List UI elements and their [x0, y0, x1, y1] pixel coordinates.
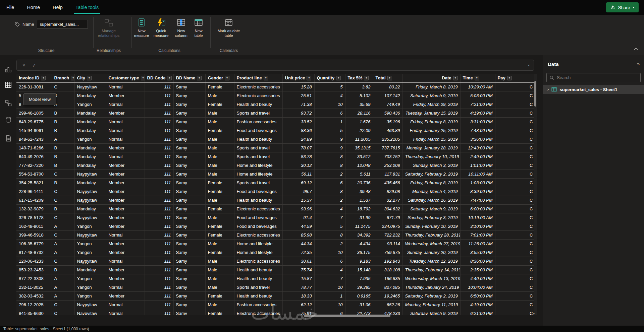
cell: C: [52, 300, 74, 309]
filter-button[interactable]: ▾: [307, 76, 311, 80]
table-row[interactable]: 8AYangonNormal111SamyFemaleHealth and be…: [16, 100, 534, 109]
table-row[interactable]: 649-29-6775BMandalayNormal111SamyMaleFas…: [16, 117, 534, 126]
filter-button[interactable]: ▾: [141, 76, 145, 80]
formula-bar[interactable]: × ✓ ▾: [16, 60, 534, 71]
filter-button[interactable]: ▾: [225, 76, 229, 80]
column-header-pay[interactable]: Pay▾: [495, 74, 534, 82]
column-header-unit-price[interactable]: Unit price▾: [282, 74, 314, 82]
data-grid-viewport[interactable]: Invoice ID▾Branch▾City▾Customer type▾BD …: [16, 74, 534, 315]
collapse-pane-icon[interactable]: »: [637, 61, 640, 67]
cell: 827.085: [373, 283, 402, 291]
table-row[interactable]: 617-15-4209CNaypyitawMember111SamyMaleHe…: [16, 196, 534, 204]
column-header-gender[interactable]: Gender▾: [205, 74, 234, 82]
menu-help[interactable]: Help: [46, 0, 69, 15]
vertical-scrollbar-thumb[interactable]: [534, 81, 536, 107]
menu-file[interactable]: File: [0, 0, 20, 15]
tmdl-view-icon[interactable]: [4, 134, 12, 142]
cell: 829.08: [373, 187, 402, 196]
expand-formula-bar-icon[interactable]: ▾: [528, 63, 530, 67]
filter-button[interactable]: ▾: [167, 76, 172, 80]
table-row[interactable]: 326-78-5178CNaypyitawMember111SamyMaleFo…: [16, 213, 534, 222]
table-row[interactable]: 232-11-3025AYangonNormal111SamyMaleSport…: [16, 283, 534, 291]
cell: C: [495, 196, 534, 204]
table-row[interactable]: 399-46-5918CNaypyitawNormal111SamyFemale…: [16, 230, 534, 239]
filter-button[interactable]: ▾: [71, 76, 74, 80]
filter-button[interactable]: ▾: [197, 76, 202, 80]
new-column-button[interactable]: New column: [172, 17, 190, 38]
table-row[interactable]: 162-48-8011AYangonMember111SamyFemaleFoo…: [16, 222, 534, 230]
new-measure-label: New measure: [132, 28, 151, 38]
horizontal-scrollbar-thumb[interactable]: [304, 315, 390, 317]
column-header-total[interactable]: Total▾: [373, 74, 402, 82]
menu-table-tools[interactable]: Table tools: [69, 0, 105, 15]
table-row[interactable]: 640-49-2076BMandalayNormal111SamyMaleSpo…: [16, 152, 534, 161]
table-row[interactable]: 149-71-6266BMandalayMember111SamyMaleSpo…: [16, 143, 534, 152]
column-header-date[interactable]: Date▾: [402, 74, 460, 82]
share-button[interactable]: Share ▾: [606, 2, 639, 12]
table-row[interactable]: 228-96-1411CNaypyitawMember111SamyFemale…: [16, 187, 534, 196]
expand-chevron-icon[interactable]: >: [547, 87, 549, 91]
mark-as-date-table-button[interactable]: Mark as date table: [214, 17, 244, 38]
table-row[interactable]: 382-03-4532AYangonMember111SamyFemaleHea…: [16, 291, 534, 300]
table-view-icon[interactable]: [4, 80, 12, 89]
collapse-ribbon-icon[interactable]: [634, 48, 638, 50]
table-row[interactable]: 554-53-8700CNaypyitawMember111SamyMaleHo…: [16, 170, 534, 178]
cell: Health and beauty: [234, 274, 282, 283]
cancel-formula-icon[interactable]: ×: [22, 62, 25, 68]
column-header-quantity[interactable]: Quantity▾: [314, 74, 345, 82]
cell: Electronic accessories: [234, 204, 282, 213]
filter-button[interactable]: ▾: [41, 76, 46, 80]
model-view-icon[interactable]: [4, 99, 12, 107]
table-row[interactable]: 848-62-7243AYangonNormal111SamyMaleHealt…: [16, 135, 534, 143]
table-row[interactable]: 841-35-6630CNaypyitawNormal111SamyFemale…: [16, 309, 534, 315]
filter-button[interactable]: ▾: [87, 76, 92, 80]
table-row[interactable]: 226-31-3081CNaypyitawNormal111SamyFemale…: [16, 82, 534, 91]
new-measure-button[interactable]: New measure: [132, 17, 151, 38]
table-name-input[interactable]: [37, 20, 88, 29]
table-row[interactable]: 106-35-6779AYangonMember111SamyMaleHome …: [16, 239, 534, 248]
table-row[interactable]: 817-48-8732AYangonMember111SamyFemaleHom…: [16, 248, 534, 257]
cell: Friday, March 15, 2019: [402, 135, 460, 143]
filter-button[interactable]: ▾: [453, 76, 458, 80]
column-header-city[interactable]: City▾: [74, 74, 106, 82]
column-header-invoice-id[interactable]: Invoice ID▾: [16, 74, 52, 82]
table-row[interactable]: 796-12-2025CNaypyitawNormal111SamyMaleFa…: [16, 300, 534, 309]
dax-query-view-icon[interactable]: [4, 116, 12, 124]
table-field-item[interactable]: > supermarket_sales - Sheet1: [543, 85, 644, 94]
scroll-down-arrow-icon[interactable]: ▾: [533, 312, 535, 316]
quick-measure-button[interactable]: Quick measure: [152, 17, 170, 38]
menu-home[interactable]: Home: [20, 0, 46, 15]
cell: 166.635: [373, 274, 402, 283]
filter-button[interactable]: ▾: [387, 76, 392, 80]
column-header-customer-type[interactable]: Customer type▾: [106, 74, 145, 82]
filter-button[interactable]: ▾: [475, 76, 479, 80]
table-row[interactable]: 354-25-5821BMandalayMember111SamyFemaleS…: [16, 178, 534, 187]
column-header-branch[interactable]: Branch▾: [52, 74, 74, 82]
table-row[interactable]: 777-82-7220BMandalayMember111SamyMaleHom…: [16, 161, 534, 170]
cell: 7:21:00 PM: [460, 100, 495, 109]
manage-relationships-button[interactable]: Manage relationships: [93, 17, 124, 38]
column-header-time[interactable]: Time▾: [460, 74, 495, 82]
table-row[interactable]: 145-94-9061BMandalayNormal111SamyFemaleF…: [16, 126, 534, 135]
vertical-scrollbar[interactable]: [534, 74, 537, 315]
column-header-bd-code[interactable]: BD Code▾: [145, 74, 173, 82]
report-view-icon[interactable]: [4, 65, 12, 74]
table-row[interactable]: 877-22-3308AYangonMember111SamyMaleHealt…: [16, 274, 534, 283]
table-row[interactable]: 5BMandalayMember111SamyMaleElectronic ac…: [16, 91, 534, 100]
table-row[interactable]: 120-06-4233CNaypyitawNormal111SamyMaleEl…: [16, 257, 534, 265]
filter-button[interactable]: ▾: [507, 76, 512, 80]
table-row[interactable]: 299-46-1805BMandalayMember111SamyMaleSpo…: [16, 109, 534, 117]
new-table-button[interactable]: New table: [190, 17, 207, 38]
filter-button[interactable]: ▾: [336, 76, 341, 80]
search-box[interactable]: [546, 73, 641, 82]
search-input[interactable]: [557, 75, 638, 80]
commit-formula-icon[interactable]: ✓: [32, 63, 36, 68]
filter-button[interactable]: ▾: [364, 76, 369, 80]
filter-button[interactable]: ▾: [264, 76, 268, 80]
table-row[interactable]: 853-23-2453BMandalayMember111SamyMaleHea…: [16, 265, 534, 274]
column-header-product-line[interactable]: Product line▾: [234, 74, 282, 82]
cell: Naypyitaw: [74, 300, 106, 309]
column-header-bd-name[interactable]: BD Name▾: [173, 74, 205, 82]
column-header-tax-5-[interactable]: Tax 5%▾: [345, 74, 373, 82]
table-row[interactable]: 132-32-9879BMandalayMember111SamyFemaleE…: [16, 204, 534, 213]
